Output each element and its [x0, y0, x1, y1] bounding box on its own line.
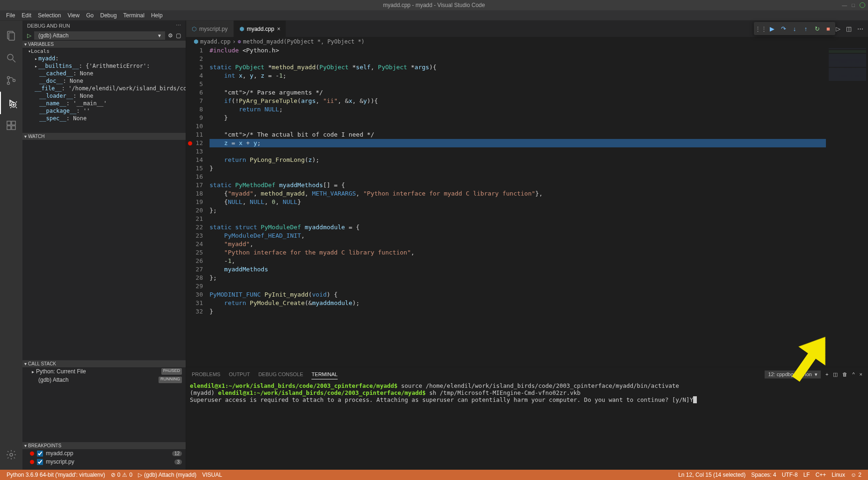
new-terminal-button[interactable]: +: [825, 371, 828, 377]
window-controls: — □: [842, 2, 865, 8]
debug-config-select[interactable]: (gdb) Attach ▾: [34, 31, 165, 40]
variable-row[interactable]: __loader__: None: [22, 92, 186, 100]
status-os[interactable]: Linux: [829, 472, 848, 478]
close-panel-button[interactable]: ×: [860, 371, 862, 377]
titlebar: myadd.cpp - myadd - Visual Studio Code —…: [0, 0, 868, 10]
variable-row[interactable]: __spec__: None: [22, 115, 186, 122]
start-debug-button[interactable]: ▷: [27, 32, 31, 39]
variables-section-header[interactable]: VARIABLES: [22, 41, 186, 48]
breakpoint-row[interactable]: myadd.cpp 12: [22, 449, 186, 458]
tab-myadd[interactable]: ⬢ myadd.cpp ×: [234, 21, 287, 37]
close-tab-icon[interactable]: ×: [277, 26, 280, 32]
maximize-panel-button[interactable]: ^: [852, 371, 854, 377]
terminal-body[interactable]: elendil@x1:~/work/island_birds/code/2003…: [186, 381, 868, 470]
explorer-icon[interactable]: [0, 24, 22, 47]
status-debug[interactable]: ▷ (gdb) Attach (myadd): [135, 472, 199, 478]
svg-point-6: [13, 80, 15, 82]
minimize-button[interactable]: —: [842, 2, 847, 8]
split-editor-button[interactable]: ◫: [846, 25, 852, 32]
terminal-select[interactable]: 12: cppdbg: python ▾: [765, 371, 821, 378]
minimap[interactable]: [826, 46, 868, 367]
locals-header[interactable]: Locals: [22, 48, 186, 55]
source-control-icon[interactable]: [0, 69, 22, 92]
more-icon[interactable]: ⋯: [176, 22, 181, 29]
close-button[interactable]: [860, 2, 865, 8]
status-encoding[interactable]: UTF-8: [779, 472, 801, 478]
variable-row[interactable]: __doc__: None: [22, 77, 186, 85]
svg-point-2: [7, 54, 13, 60]
menu-edit[interactable]: Edit: [18, 12, 35, 19]
svg-point-12: [10, 453, 13, 456]
debug-config-row: ▷ (gdb) Attach ▾ ⚙ ▢: [22, 30, 186, 41]
code-editor[interactable]: #include <Python.h> static PyObject *met…: [210, 46, 826, 367]
breakpoints-section-header[interactable]: BREAKPOINTS: [22, 442, 186, 449]
extensions-icon[interactable]: [0, 114, 22, 137]
tab-myscript[interactable]: ⬡ myscript.py: [186, 21, 234, 37]
sidebar-title: DEBUG AND RUN ⋯: [22, 21, 186, 30]
watch-section-header[interactable]: WATCH: [22, 133, 186, 140]
status-vim-mode: VISUAL: [199, 472, 225, 478]
variable-row[interactable]: __name__: '__main__': [22, 100, 186, 107]
status-cursor[interactable]: Ln 12, Col 15 (14 selected): [675, 472, 748, 478]
callstack-row[interactable]: Python: Current File PAUSED: [22, 367, 186, 376]
status-feedback[interactable]: ☺ 2: [848, 472, 864, 478]
variable-row[interactable]: __file__: '/home/elendil/work/island_bir…: [22, 85, 186, 92]
panel-tab-debug-console[interactable]: DEBUG CONSOLE: [258, 370, 303, 379]
menu-help[interactable]: Help: [148, 12, 166, 19]
variable-row[interactable]: __cached__: None: [22, 70, 186, 77]
menu-file[interactable]: File: [3, 12, 18, 19]
drag-handle-icon[interactable]: ⋮⋮: [756, 23, 766, 34]
breakpoint-row[interactable]: myscript.py 3: [22, 458, 186, 466]
debug-console-icon[interactable]: ▢: [176, 32, 181, 39]
debug-toolbar[interactable]: ⋮⋮ ▶ ↷ ↓ ↑ ↻ ■: [754, 22, 835, 35]
breakpoint-checkbox[interactable]: [37, 451, 43, 457]
sidebar: DEBUG AND RUN ⋯ ▷ (gdb) Attach ▾ ⚙ ▢ VAR…: [22, 21, 186, 470]
restart-button[interactable]: ↻: [812, 23, 822, 34]
callstack-section-header[interactable]: CALL STACK: [22, 360, 186, 367]
panel-tab-terminal[interactable]: TERMINAL: [311, 370, 338, 379]
chevron-down-icon: ▾: [815, 371, 817, 378]
split-terminal-button[interactable]: ◫: [833, 371, 838, 378]
callstack-row[interactable]: (gdb) Attach RUNNING: [22, 376, 186, 384]
run-file-button[interactable]: ▷: [836, 25, 840, 32]
panel-tab-problems[interactable]: PROBLEMS: [192, 370, 220, 379]
variable-row[interactable]: myadd:: [22, 55, 186, 62]
variable-row[interactable]: __package__: '': [22, 107, 186, 115]
step-out-button[interactable]: ↑: [801, 23, 811, 34]
step-over-button[interactable]: ↷: [778, 23, 788, 34]
status-spaces[interactable]: Spaces: 4: [748, 472, 779, 478]
panel-tab-output[interactable]: OUTPUT: [229, 370, 250, 379]
breakpoint-marker[interactable]: [188, 141, 192, 145]
variable-row[interactable]: __builtins__: {'ArithmeticError':: [22, 62, 186, 70]
svg-point-5: [7, 82, 10, 85]
gear-icon[interactable]: ⚙: [168, 32, 173, 39]
more-actions-icon[interactable]: ⋯: [857, 25, 863, 32]
chevron-down-icon: ▾: [158, 32, 161, 39]
debug-icon[interactable]: [0, 92, 22, 114]
panel-tabs: PROBLEMS OUTPUT DEBUG CONSOLE TERMINAL 1…: [186, 367, 868, 381]
menu-go[interactable]: Go: [83, 12, 97, 19]
svg-line-3: [13, 59, 15, 62]
line-gutter[interactable]: 1234567891011121314151617181920212223242…: [186, 46, 210, 367]
window-title: myadd.cpp - myadd - Visual Studio Code: [383, 2, 485, 8]
step-into-button[interactable]: ↓: [789, 23, 800, 34]
continue-button[interactable]: ▶: [767, 23, 777, 34]
kill-terminal-button[interactable]: 🗑: [842, 371, 847, 377]
stop-button[interactable]: ■: [823, 23, 833, 34]
status-lang[interactable]: C++: [813, 472, 829, 478]
breadcrumbs[interactable]: ⬢ myadd.cpp › ⊕ method_myadd(PyObject *,…: [186, 37, 868, 46]
settings-icon[interactable]: [0, 444, 22, 466]
method-icon: ⊕: [238, 38, 241, 45]
menu-terminal[interactable]: Terminal: [120, 12, 148, 19]
python-file-icon: ⬡: [192, 26, 196, 32]
svg-rect-9: [12, 121, 15, 125]
status-python[interactable]: Python 3.6.9 64-bit ('myadd': virtualenv…: [4, 472, 108, 478]
breakpoint-checkbox[interactable]: [37, 459, 43, 465]
status-problems[interactable]: ⊘0 ⚠0: [108, 472, 135, 478]
status-eol[interactable]: LF: [801, 472, 813, 478]
menu-selection[interactable]: Selection: [35, 12, 64, 19]
menu-debug[interactable]: Debug: [97, 12, 120, 19]
search-icon[interactable]: [0, 47, 22, 69]
menu-view[interactable]: View: [64, 12, 83, 19]
maximize-button[interactable]: □: [852, 2, 855, 8]
